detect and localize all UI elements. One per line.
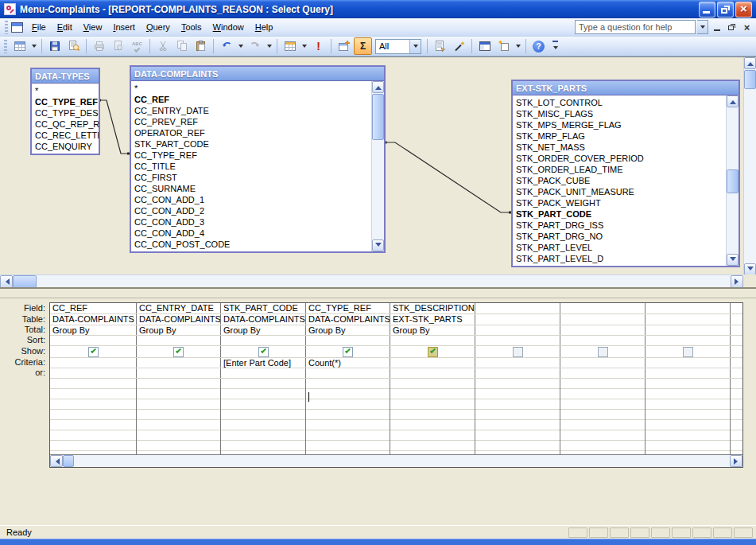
field-row[interactable]: STK_ORDER_COVER_PERIOD: [513, 153, 725, 164]
grid-cell-field[interactable]: CC_ENTRY_DATE: [137, 303, 221, 313]
help-dropdown-button[interactable]: [697, 20, 708, 34]
pane-splitter[interactable]: [0, 287, 756, 298]
table-data-complaints-header[interactable]: DATA-COMPLAINTS: [131, 67, 384, 81]
grid-empty-area[interactable]: [50, 379, 742, 454]
menubar-grip[interactable]: [5, 21, 8, 34]
menu-item[interactable]: Query: [141, 20, 176, 34]
grid-cell-total[interactable]: [560, 325, 646, 335]
grid-cell-table[interactable]: [646, 314, 731, 325]
field-row[interactable]: CC_TITLE: [131, 161, 370, 172]
grid-cell-table[interactable]: DATA-COMPLAINTS: [221, 314, 306, 325]
menu-item[interactable]: Help: [250, 20, 279, 34]
grid-cell-table[interactable]: DATA-COMPLAINTS: [50, 314, 137, 325]
field-row[interactable]: CC_ENTRY_DATE: [131, 105, 370, 116]
field-row[interactable]: *: [32, 85, 99, 96]
new-object-dropdown-arrow[interactable]: [514, 37, 522, 55]
grid-cell-sort[interactable]: [221, 336, 306, 345]
scroll-up-button[interactable]: [372, 81, 384, 93]
field-row[interactable]: STK_PACK_WEIGHT: [513, 197, 725, 208]
grid-cell-show[interactable]: [646, 346, 731, 357]
field-row[interactable]: CC_CON_ADD_1: [131, 194, 370, 205]
grid-cell-criteria[interactable]: [50, 358, 137, 368]
grid-cell-sort[interactable]: [646, 336, 731, 345]
grid-cell-sort[interactable]: [475, 336, 560, 345]
field-row[interactable]: CC_TYPE_REF: [32, 96, 99, 107]
restore-button[interactable]: [717, 2, 734, 18]
file-search-button[interactable]: [64, 37, 83, 55]
minimize-button[interactable]: [699, 2, 715, 18]
field-row[interactable]: STK_ORDER_LEAD_TIME: [513, 164, 725, 175]
database-window-button[interactable]: [475, 37, 494, 55]
help-question-input[interactable]: Type a question for help: [575, 20, 696, 34]
scroll-up-button[interactable]: [744, 57, 756, 69]
redo-dropdown-arrow[interactable]: [265, 37, 273, 55]
grid-cell-table[interactable]: DATA-COMPLAINTS: [306, 314, 390, 325]
print-preview-button[interactable]: [109, 37, 127, 55]
scroll-down-button[interactable]: [744, 263, 756, 275]
grid-cell-criteria[interactable]: [646, 358, 731, 368]
field-row[interactable]: STK_MISC_FLAGS: [513, 108, 725, 119]
properties-button[interactable]: [431, 37, 449, 55]
grid-cell-criteria[interactable]: [731, 358, 742, 368]
grid-cell-or[interactable]: [306, 368, 390, 378]
scroll-thumb[interactable]: [372, 94, 384, 140]
scroll-up-button[interactable]: [727, 95, 739, 107]
top-values-dropdown[interactable]: [409, 40, 421, 53]
build-button[interactable]: [450, 37, 468, 55]
field-row[interactable]: STK_PACK_UNIT_MEASURE: [513, 186, 725, 197]
close-button[interactable]: [735, 2, 752, 18]
grid-cell-show[interactable]: [306, 346, 390, 357]
field-row[interactable]: STK_PART_CODE: [131, 138, 370, 150]
grid-cell-criteria[interactable]: [137, 358, 221, 368]
grid-cell-or[interactable]: [475, 368, 560, 378]
field-row[interactable]: STK_PACK_CUBE: [513, 175, 725, 186]
field-row[interactable]: CC_ENQUIRY: [32, 141, 99, 152]
field-row[interactable]: STK_PART_DRG_NO: [513, 231, 725, 242]
show-checkbox[interactable]: [258, 347, 269, 357]
grid-cell-show[interactable]: [50, 346, 137, 357]
scroll-thumb[interactable]: [13, 275, 37, 288]
field-row[interactable]: STK_NET_MASS: [513, 142, 725, 153]
grid-cell-sort[interactable]: [50, 336, 137, 345]
menu-item[interactable]: File: [26, 20, 52, 34]
query-type-dropdown-arrow[interactable]: [300, 37, 308, 55]
field-row[interactable]: CC_FIRST: [131, 172, 370, 183]
grid-cell-or[interactable]: [50, 368, 137, 378]
cut-button[interactable]: [153, 37, 172, 55]
show-checkbox[interactable]: [173, 347, 184, 357]
field-row[interactable]: CC_CON_ADD_2: [131, 205, 370, 216]
view-dropdown-arrow[interactable]: [29, 37, 38, 55]
undo-button[interactable]: [217, 37, 235, 55]
field-row[interactable]: CC_REF: [131, 94, 370, 105]
show-checkbox[interactable]: [683, 347, 693, 357]
show-checkbox[interactable]: [343, 347, 353, 357]
grid-cell-field[interactable]: [646, 303, 731, 313]
child-minimize-button[interactable]: [710, 21, 723, 33]
grid-cell-table[interactable]: DATA-COMPLAINTS: [137, 314, 221, 325]
field-row[interactable]: CC_PREV_REF: [131, 116, 370, 127]
field-row[interactable]: CC_TYPE_DES: [32, 107, 99, 119]
grid-cell-field[interactable]: [475, 303, 560, 313]
grid-cell-show[interactable]: [137, 346, 221, 357]
diagram-horizontal-scrollbar[interactable]: [0, 274, 743, 287]
grid-cell-field[interactable]: [560, 303, 646, 313]
field-row[interactable]: CC_CON_ADD_3: [131, 216, 370, 228]
paste-button[interactable]: [192, 37, 210, 55]
grid-cell-show[interactable]: [475, 346, 560, 357]
field-row[interactable]: STK_MRP_FLAG: [513, 130, 725, 142]
grid-cell-sort[interactable]: [306, 336, 390, 345]
grid-cell-sort[interactable]: [731, 336, 742, 345]
save-button[interactable]: [45, 37, 64, 55]
grid-cell-total[interactable]: [646, 325, 731, 335]
grid-cell-or[interactable]: [646, 368, 731, 378]
grid-cell-field[interactable]: CC_REF: [50, 303, 137, 313]
grid-cell-or[interactable]: [221, 368, 306, 378]
query-window-icon[interactable]: [11, 22, 23, 33]
scroll-thumb[interactable]: [63, 455, 74, 467]
field-row[interactable]: *: [131, 83, 370, 94]
grid-cell-or[interactable]: [390, 368, 475, 378]
scroll-left-button[interactable]: [0, 275, 13, 288]
field-row[interactable]: CC_CON_POST_CODE: [131, 239, 370, 250]
spelling-button[interactable]: ABC: [128, 37, 146, 55]
grid-cell-table[interactable]: [731, 314, 742, 325]
